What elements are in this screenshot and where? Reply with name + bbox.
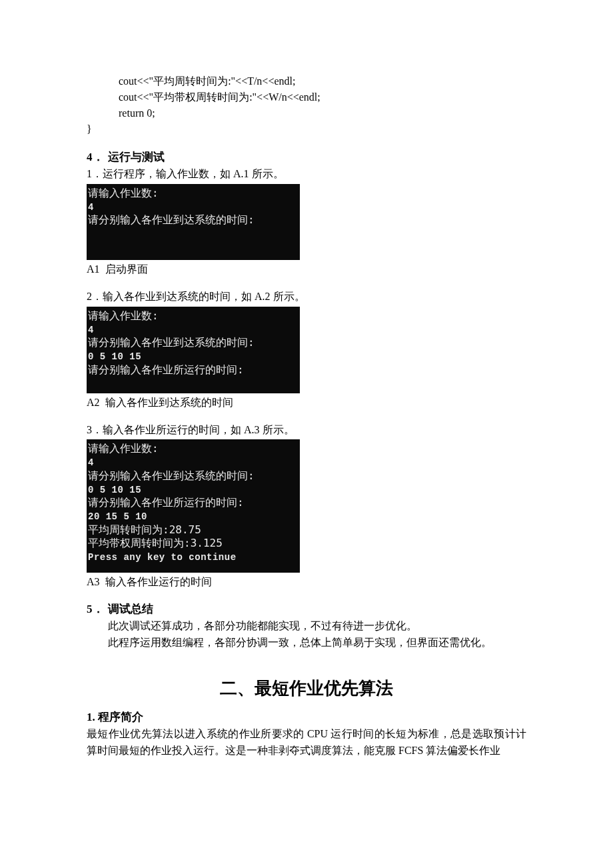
figure-caption-a1: A1 启动界面 — [87, 263, 526, 277]
section-title: 程序简介 — [95, 711, 143, 723]
code-brace: } — [87, 121, 526, 137]
terminal-line: 4 — [88, 202, 94, 213]
terminal-line: 0 5 10 15 — [88, 351, 141, 362]
section-4-heading: 4．运行与测试 — [87, 149, 526, 165]
terminal-line: 4 — [88, 325, 94, 335]
caption-label: A3 — [87, 576, 100, 587]
terminal-line: 请输入作业数: — [88, 442, 159, 455]
step-number: 3． — [87, 424, 103, 435]
terminal-screenshot-1: 请输入作业数: 4 请分别输入各作业到达系统的时间: — [87, 184, 300, 260]
section-1-heading: 1. 程序简介 — [87, 709, 526, 725]
section-number: 1. — [87, 711, 95, 723]
terminal-screenshot-2: 请输入作业数: 4 请分别输入各作业到达系统的时间: 0 5 10 15 请分别… — [87, 307, 300, 393]
terminal-line: 0 5 10 15 — [88, 485, 141, 495]
step-body: 运行程序，输入作业数，如 A.1 所示。 — [103, 168, 284, 179]
terminal-screenshot-3: 请输入作业数: 4 请分别输入各作业到达系统的时间: 0 5 10 15 请分别… — [87, 439, 300, 573]
terminal-line: Press any key to continue — [88, 552, 237, 563]
caption-text: 输入各作业到达系统的时间 — [105, 397, 233, 408]
terminal-line: 20 15 5 10 — [88, 511, 147, 522]
step-body: 输入各作业所运行的时间，如 A.3 所示。 — [103, 424, 295, 435]
code-line: return 0; — [119, 105, 526, 121]
terminal-line: 请分别输入各作业到达系统的时间: — [88, 336, 255, 349]
section-number: 5． — [87, 603, 104, 615]
terminal-line: 4 — [88, 457, 94, 468]
terminal-line: 请分别输入各作业到达系统的时间: — [88, 469, 255, 482]
terminal-line: 请输入作业数: — [88, 309, 159, 322]
terminal-line: 请输入作业数: — [88, 187, 159, 199]
figure-caption-a2: A2 输入各作业到达系统的时间 — [87, 396, 526, 410]
figure-caption-a3: A3 输入各作业运行的时间 — [87, 575, 526, 589]
caption-text: 启动界面 — [105, 263, 148, 275]
step-body: 输入各作业到达系统的时间，如 A.2 所示。 — [103, 291, 305, 302]
terminal-line: 平均周转时间为:28.75 — [88, 523, 201, 536]
step-3-text: 3．输入各作业所运行的时间，如 A.3 所示。 — [87, 422, 526, 439]
step-number: 1． — [87, 168, 103, 179]
section-5-heading: 5．调试总结 — [87, 601, 526, 617]
section-number: 4． — [87, 151, 104, 163]
caption-label: A1 — [87, 263, 100, 275]
section-title: 运行与测试 — [108, 151, 165, 163]
section-title: 调试总结 — [108, 603, 153, 615]
step-number: 2． — [87, 291, 103, 302]
terminal-line: 请分别输入各作业所运行的时间: — [88, 363, 244, 376]
step-1-text: 1．运行程序，输入作业数，如 A.1 所示。 — [87, 166, 526, 183]
document-page: cout<<"平均周转时间为:"<<T/n<<endl; cout<<"平均带权… — [0, 0, 613, 813]
terminal-line: 请分别输入各作业到达系统的时间: — [88, 213, 255, 226]
intro-paragraph: 最短作业优先算法以进入系统的作业所要求的 CPU 运行时间的长短为标准，总是选取… — [87, 726, 526, 759]
terminal-line: 平均带权周转时间为:3.125 — [88, 537, 223, 549]
caption-label: A2 — [87, 397, 100, 408]
summary-paragraph-2: 此程序运用数组编程，各部分协调一致，总体上简单易于实现，但界面还需优化。 — [87, 635, 526, 651]
terminal-line: 请分别输入各作业所运行的时间: — [88, 496, 244, 509]
code-line: cout<<"平均周转时间为:"<<T/n<<endl; — [119, 73, 526, 89]
chapter-2-title: 二、最短作业优先算法 — [87, 677, 526, 700]
step-2-text: 2．输入各作业到达系统的时间，如 A.2 所示。 — [87, 289, 526, 305]
code-line: cout<<"平均带权周转时间为:"<<W/n<<endl; — [119, 89, 526, 105]
summary-paragraph-1: 此次调试还算成功，各部分功能都能实现，不过有待进一步优化。 — [87, 618, 526, 635]
caption-text: 输入各作业运行的时间 — [105, 576, 212, 587]
